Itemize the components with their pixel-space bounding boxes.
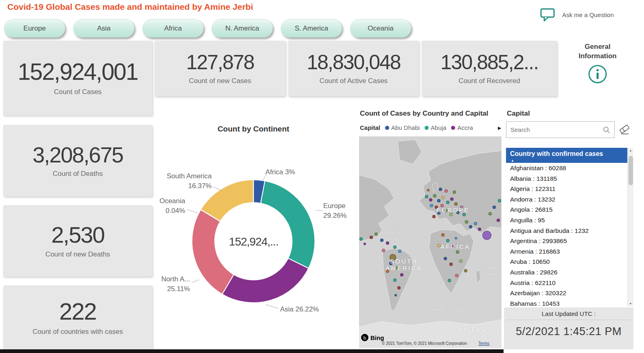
clear-selections-icon[interactable] [619,124,630,137]
scroll-thumb[interactable] [629,156,633,185]
list-item[interactable]: Antigua and Barbuda : 1232 [506,226,627,236]
kpi-value: 18,830,048 [307,52,400,73]
map-bubble[interactable] [382,249,385,252]
list-item[interactable]: Afghanistan : 60288 [506,163,627,173]
kpi-label: Count of Recovered [458,77,520,85]
terms-link[interactable]: Terms [478,341,489,346]
map-bubble[interactable] [459,259,462,263]
legend-scroll-arrow-icon[interactable]: ▶ [498,125,501,131]
map-bubble[interactable] [455,274,458,277]
map-bubble[interactable] [493,206,496,209]
map-bubble[interactable] [441,196,445,199]
list-item[interactable]: Aruba : 10650 [506,257,627,267]
map-bubble[interactable] [448,279,451,282]
list-item[interactable]: Albania : 131185 [506,173,627,184]
map-bubble[interactable] [449,263,453,266]
map-bubble[interactable] [478,228,481,231]
map-bubble[interactable] [462,213,466,216]
map-bubble[interactable] [427,189,429,191]
world-map[interactable]: SargassoSea SOUTHAMERICA EUROPE AFRICA I… [359,136,502,348]
map-bubble[interactable] [446,239,449,242]
info-icon[interactable] [588,64,607,86]
map-label-sargasso-sea: SargassoSea [379,229,404,241]
map-bubble[interactable] [455,237,457,239]
donut-slice-asia[interactable] [222,258,309,303]
legend-item[interactable]: Accra [451,124,473,131]
ask-question-button[interactable]: Ask me a Question [540,8,614,22]
map-bubble[interactable] [433,194,436,197]
list-item[interactable]: Austria : 622110 [506,278,627,288]
kpi-label: Count of Cases [54,88,101,96]
map-bubble[interactable] [439,188,442,191]
map-bubble[interactable] [454,202,458,206]
map-bubble[interactable] [498,199,501,202]
donut-label-south-america-pct: 16.37% [162,181,212,191]
list-item[interactable]: Australia : 29826 [506,267,627,278]
map-bubble[interactable] [456,250,459,254]
map-bubble[interactable] [432,215,436,218]
map-label-africa: AFRICA [440,243,470,250]
list-scrollbar[interactable]: ▲ ▼ [627,148,633,306]
map-bubble[interactable] [394,294,397,296]
map-bubble[interactable] [465,220,468,224]
list-item[interactable]: Azerbaijan : 320322 [506,288,627,298]
map-bubble[interactable] [398,250,401,253]
map-bubble[interactable] [474,222,477,225]
capital-slicer-title: Capital [507,110,530,118]
list-item[interactable]: Argentina : 2993865 [506,236,627,246]
map-bubble[interactable] [429,198,432,202]
map-bubble[interactable] [482,231,491,240]
map-bubble[interactable] [444,257,447,260]
map-bubble[interactable] [375,232,378,236]
donut-label-oceania-pct: 0.04% [155,206,185,216]
map-bubble[interactable] [445,189,448,193]
legend-item[interactable]: Abu Dhabi [385,124,420,131]
map-bubble[interactable] [393,278,396,282]
map-bubble[interactable] [400,273,403,276]
map-bubble[interactable] [453,191,456,194]
map-bubble[interactable] [359,237,363,241]
map-bubble[interactable] [446,201,449,204]
legend-label: Abuja [431,124,446,131]
map-bubble[interactable] [449,213,453,216]
button-oceania[interactable]: Oceania [350,19,411,37]
button-s-america[interactable]: S. America [281,19,342,37]
map-bubble[interactable] [425,195,428,198]
map-bubble[interactable] [393,246,396,249]
map-bubble[interactable] [441,233,445,237]
scroll-down-icon[interactable]: ▼ [629,302,632,305]
map-bubble[interactable] [437,199,440,202]
list-item[interactable]: Andorra : 13232 [506,194,627,205]
list-item[interactable]: Algeria : 122311 [506,184,627,194]
map-bubble[interactable] [437,244,440,247]
list-item[interactable]: Armenia : 216863 [506,246,627,257]
map-bubble[interactable] [430,204,433,207]
map-bubble[interactable] [464,269,467,272]
bing-logo[interactable]: b Bing [361,333,384,342]
list-item[interactable]: Anguilla : 95 [506,215,627,226]
button-asia[interactable]: Asia [73,19,134,37]
map-bubble[interactable] [386,241,389,245]
map-bubble[interactable] [488,212,492,215]
donut-slice-europe[interactable] [261,181,315,268]
map-legend-title: Capital [360,124,380,131]
button-europe[interactable]: Europe [4,19,65,37]
list-item[interactable]: Bahamas : 10453 [506,298,627,306]
country-list-header[interactable]: Country with confirmed cases ▲ [506,148,627,163]
map-bubble[interactable] [497,219,500,222]
scroll-up-icon[interactable]: ▲ [629,149,632,152]
map-label-antarctic: ANTARCTIC [458,326,502,334]
country-list: Country with confirmed cases ▲ Afghanist… [506,148,633,306]
button-n-america[interactable]: N. America [212,19,273,37]
map-bubble[interactable] [469,225,472,228]
list-item[interactable]: Angola : 26815 [506,204,627,215]
legend-item[interactable]: Abuja [425,124,446,131]
map-bubble[interactable] [450,197,453,201]
map-bubble[interactable] [370,236,373,239]
button-africa[interactable]: Africa [142,19,204,37]
map-bubble[interactable] [364,243,366,245]
donut-slice-north-america[interactable] [192,210,234,294]
search-input[interactable] [510,126,603,133]
kpi-label: Count of countries with cases [33,328,123,336]
map-bubble[interactable] [397,286,401,289]
